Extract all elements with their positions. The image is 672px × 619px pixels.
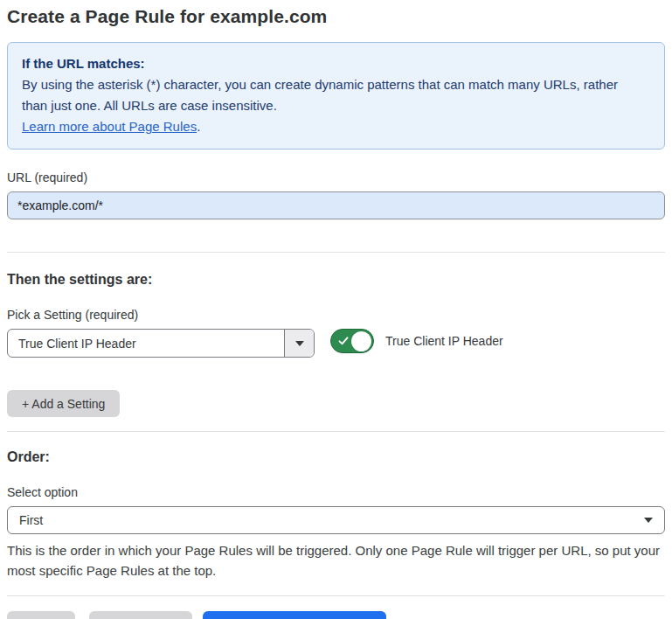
order-section-heading: Order: [7,449,665,465]
order-helper-text: This is the order in which your Page Rul… [7,540,665,581]
setting-picker-dropdown[interactable]: True Client IP Header [7,329,315,358]
link-period: . [197,119,200,134]
add-setting-button[interactable]: + Add a Setting [7,390,120,417]
pick-setting-label: Pick a Setting (required) [7,308,665,322]
check-icon [338,336,349,346]
save-draft-button[interactable]: Save as Draft [89,611,193,619]
divider-before-footer [7,595,665,596]
url-input[interactable] [7,191,665,219]
url-field-label: URL (required) [7,170,665,184]
learn-more-link[interactable]: Learn more about Page Rules [22,119,197,134]
info-box-body: By using the asterisk (*) character, you… [22,74,647,116]
chevron-down-icon [644,518,653,523]
info-box-heading: If the URL matches: [22,53,650,74]
url-matches-info-box: If the URL matches: By using the asteris… [7,42,665,150]
chevron-down-icon [295,341,304,346]
true-client-ip-toggle[interactable] [330,329,374,353]
setting-picker-value: True Client IP Header [8,330,284,357]
settings-section-heading: Then the settings are: [7,272,665,288]
page-title: Create a Page Rule for example.com [7,6,665,27]
order-select-dropdown[interactable]: First [7,506,665,534]
info-box-link-line: Learn more about Page Rules. [22,116,650,137]
setting-picker-arrow-button[interactable] [284,330,314,357]
select-option-label: Select option [7,485,665,499]
toggle-knob [351,331,371,351]
footer-actions: Cancel Save as Draft Save and Deploy Pag… [7,611,665,619]
divider-after-add-setting [7,431,665,432]
cancel-button[interactable]: Cancel [7,611,75,619]
order-select-value: First [19,513,43,527]
save-deploy-button[interactable]: Save and Deploy Page Rule [203,611,386,619]
setting-row: True Client IP Header True Client IP Hea… [7,329,665,358]
divider-after-url [7,252,665,253]
toggle-label: True Client IP Header [385,334,503,348]
